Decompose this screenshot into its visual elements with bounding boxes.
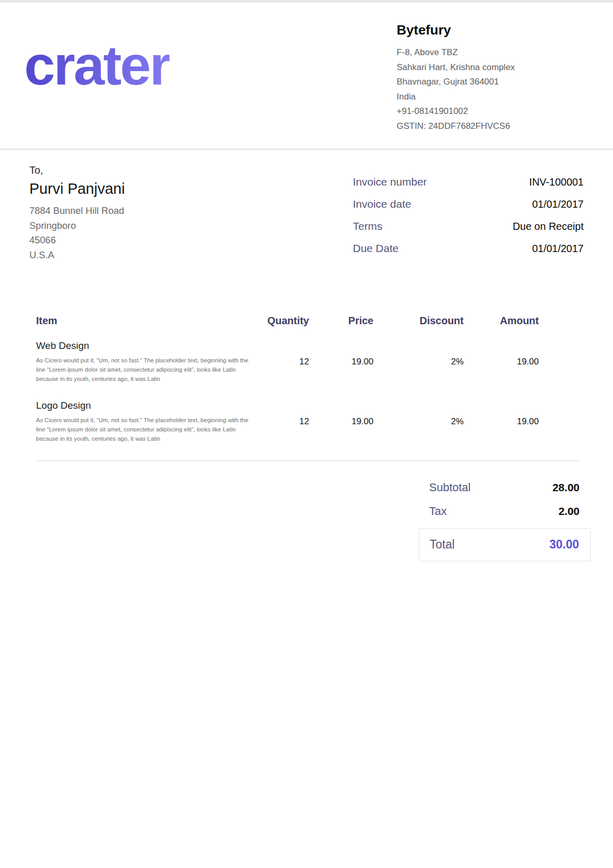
table-row: Web Design As Cicero would put it, “Um, … [36, 340, 539, 383]
total-value: 30.00 [549, 538, 579, 552]
customer-address-line: U.S.A [29, 248, 246, 263]
invoice-number-label: Invoice number [353, 176, 427, 188]
company-address-line: Bhavnagar, Gujrat 364001 [397, 75, 546, 90]
totals-block: Subtotal 28.00 Tax 2.00 [429, 481, 580, 518]
tax-label: Tax [429, 505, 447, 518]
column-header-quantity: Quantity [252, 315, 309, 340]
item-cell: Logo Design As Cicero would put it, “Um,… [36, 400, 252, 443]
column-header-amount: Amount [464, 315, 539, 340]
due-date-row: Due Date 01/01/2017 [353, 242, 584, 255]
table-bottom-divider [37, 460, 580, 461]
column-header-item: Item [36, 315, 252, 340]
invoice-date-row: Invoice date 01/01/2017 [353, 198, 584, 210]
customer-address-line: 45066 [29, 233, 246, 248]
subtotal-row: Subtotal 28.00 [429, 481, 580, 494]
item-price: 19.00 [309, 400, 373, 443]
company-info: Bytefury F-8, Above TBZ Sahkari Hart, Kr… [397, 22, 546, 133]
column-header-discount: Discount [373, 315, 464, 340]
invoice-number-row: Invoice number INV-100001 [353, 176, 584, 188]
item-name: Web Design [36, 340, 252, 352]
company-address-line: India [397, 90, 546, 105]
item-name: Logo Design [36, 400, 252, 411]
item-discount: 2% [373, 400, 464, 443]
company-address-line: Sahkari Hart, Krishna complex [397, 60, 546, 75]
column-header-price: Price [309, 315, 373, 340]
item-amount: 19.00 [464, 340, 539, 383]
due-date-label: Due Date [353, 242, 399, 255]
item-amount: 19.00 [464, 400, 539, 443]
bill-to-block: To, Purvi Panjvani 7884 Bunnel Hill Road… [29, 164, 246, 264]
terms-row: Terms Due on Receipt [353, 220, 584, 232]
items-table-header: Item Quantity Price Discount Amount [36, 315, 539, 340]
terms-value: Due on Receipt [513, 221, 584, 232]
due-date-value: 01/01/2017 [532, 243, 584, 255]
invoice-date-label: Invoice date [353, 198, 411, 210]
customer-address-line: Springboro [29, 219, 246, 233]
crater-logo: crater [24, 38, 169, 93]
company-address-line: F-8, Above TBZ [397, 45, 546, 60]
company-phone: +91-08141901002 [397, 104, 546, 119]
tax-row: Tax 2.00 [429, 505, 580, 518]
subtotal-value: 28.00 [552, 481, 580, 494]
items-table: Item Quantity Price Discount Amount Web … [36, 315, 539, 461]
item-quantity: 12 [252, 340, 309, 383]
item-discount: 2% [373, 340, 464, 383]
company-gstin: GSTIN: 24DDF7682FHVCS6 [397, 119, 546, 134]
company-name: Bytefury [397, 22, 546, 38]
customer-name: Purvi Panjvani [29, 180, 246, 197]
subtotal-label: Subtotal [429, 481, 471, 494]
tax-value: 2.00 [558, 505, 580, 518]
total-label: Total [430, 538, 455, 552]
invoice-date-value: 01/01/2017 [532, 198, 584, 210]
customer-address-line: 7884 Bunnel Hill Road [29, 204, 246, 219]
item-quantity: 12 [252, 400, 309, 443]
bill-to-label: To, [29, 164, 246, 176]
total-box: Total 30.00 [419, 528, 591, 561]
invoice-info-section: To, Purvi Panjvani 7884 Bunnel Hill Road… [0, 150, 613, 264]
invoice-number-value: INV-100001 [529, 176, 584, 188]
invoice-header: crater Bytefury F-8, Above TBZ Sahkari H… [0, 3, 613, 150]
customer-address: 7884 Bunnel Hill Road Springboro 45066 U… [29, 204, 246, 263]
item-description: As Cicero would put it, “Um, not so fast… [36, 416, 252, 443]
terms-label: Terms [353, 220, 382, 232]
company-address: F-8, Above TBZ Sahkari Hart, Krishna com… [397, 45, 546, 133]
item-cell: Web Design As Cicero would put it, “Um, … [36, 340, 252, 383]
invoice-meta-block: Invoice number INV-100001 Invoice date 0… [353, 176, 584, 264]
item-description: As Cicero would put it, “Um, not so fast… [36, 356, 252, 383]
table-row: Logo Design As Cicero would put it, “Um,… [36, 400, 539, 443]
item-price: 19.00 [309, 340, 373, 383]
